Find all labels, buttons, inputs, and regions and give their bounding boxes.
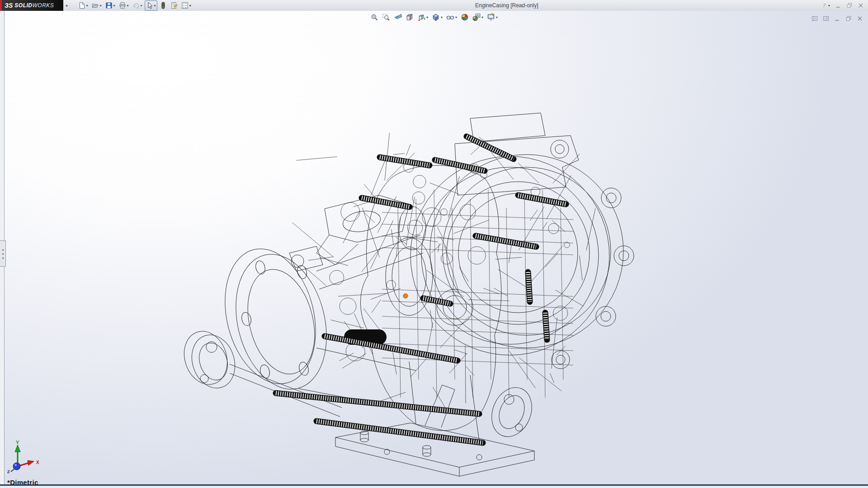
logo-text-light: WORKS — [33, 2, 54, 9]
view-orientation-button[interactable]: ▾ — [416, 12, 429, 23]
cursor-icon — [146, 2, 153, 9]
apply-scene-button[interactable]: ▾ — [471, 12, 485, 23]
hide-show-items-button[interactable]: ▾ — [445, 12, 458, 23]
print-icon — [119, 2, 126, 9]
view-settings-button[interactable]: ▾ — [486, 12, 499, 23]
options-icon — [181, 2, 189, 9]
standard-toolbar: ▾▾▾▾▾▾▾ — [76, 0, 193, 11]
edit-appearance-icon — [461, 13, 469, 21]
window-controls: ▾ — [821, 0, 864, 11]
toggle-left-pane-button[interactable] — [811, 13, 818, 23]
previous-view-button[interactable] — [392, 12, 403, 23]
view-orientation-icon — [417, 13, 425, 21]
new-document-dropdown[interactable]: ▾ — [86, 4, 88, 8]
section-view-icon — [406, 13, 414, 21]
heads-up-view-toolbar: ▾▾▾▾▾ — [368, 12, 500, 23]
select-button[interactable]: ▾ — [145, 0, 157, 11]
new-icon — [78, 2, 85, 9]
help-dropdown[interactable]: ▾ — [828, 4, 830, 8]
reference-triad: Y X Z — [4, 439, 45, 474]
edit-appearance-button[interactable] — [459, 12, 470, 23]
zoom-to-area-button[interactable] — [381, 12, 392, 23]
view-orientation-dropdown[interactable]: ▾ — [426, 15, 428, 19]
close-window-button[interactable] — [857, 0, 864, 11]
file-properties-icon — [170, 2, 178, 9]
win-restore-icon — [845, 15, 852, 22]
display-style-button[interactable]: ▾ — [430, 12, 444, 23]
win-close-icon — [857, 15, 863, 22]
new-document-button[interactable]: ▾ — [77, 0, 90, 11]
display-style-icon — [432, 13, 440, 21]
document-title: EngineCasing [Read-only] — [193, 2, 821, 9]
file-properties-button[interactable] — [169, 0, 179, 11]
minimize-document-button[interactable] — [834, 13, 841, 23]
print-dropdown[interactable]: ▾ — [127, 4, 129, 8]
win-close-icon — [858, 2, 864, 9]
save-button[interactable]: ▾ — [104, 0, 117, 11]
pane-right-icon — [823, 15, 829, 22]
section-view-button[interactable] — [404, 12, 415, 23]
options-button[interactable]: ▾ — [180, 0, 193, 11]
title-bar: ЗS SOLID WORKS ▸ ▾▾▾▾▾▾▾ EngineCasing [R… — [0, 0, 868, 11]
print-button[interactable]: ▾ — [118, 0, 130, 11]
document-window-controls — [811, 13, 863, 23]
triad-x-label: X — [36, 460, 39, 465]
status-bar-edge — [0, 484, 868, 488]
zoom-area-icon — [382, 13, 390, 21]
pane-left-icon — [811, 15, 818, 22]
zoom-fit-icon — [370, 13, 378, 21]
save-dropdown[interactable]: ▾ — [113, 4, 115, 8]
logo-glyph: ЗS — [5, 2, 13, 9]
options-dropdown[interactable]: ▾ — [189, 4, 191, 8]
assembly-origin-marker[interactable] — [403, 294, 408, 298]
view-orientation-label: *Dimetric — [7, 479, 38, 484]
minimize-window-button[interactable] — [835, 0, 842, 11]
select-dropdown[interactable]: ▾ — [154, 4, 156, 8]
triad-y-label: Y — [16, 440, 19, 445]
help-icon — [821, 2, 827, 9]
win-min-icon — [835, 2, 841, 9]
undo-dropdown[interactable]: ▾ — [141, 4, 142, 8]
win-restore-icon — [846, 2, 853, 9]
restore-window-button[interactable] — [846, 0, 853, 11]
menu-expand-arrow-icon[interactable]: ▸ — [66, 3, 68, 8]
previous-view-icon — [394, 13, 402, 21]
restore-document-button[interactable] — [845, 13, 852, 23]
triad-z-label: Z — [7, 469, 10, 474]
zoom-to-fit-button[interactable] — [369, 12, 380, 23]
collapse-arrow-icon: ◂ — [2, 256, 4, 259]
hide-show-icon — [446, 13, 454, 21]
undo-icon — [132, 2, 140, 9]
solidworks-logo: ЗS SOLID WORKS — [0, 0, 63, 11]
apply-scene-icon — [472, 13, 481, 21]
save-icon — [105, 2, 113, 9]
view-settings-dropdown[interactable]: ▾ — [496, 15, 498, 19]
display-style-dropdown[interactable]: ▾ — [441, 15, 443, 19]
wireframe-model — [0, 11, 868, 484]
hide-show-items-dropdown[interactable]: ▾ — [455, 15, 457, 19]
apply-scene-dropdown[interactable]: ▾ — [481, 15, 483, 19]
logo-text-bold: SOLID — [14, 2, 32, 9]
open-icon — [92, 2, 99, 9]
toggle-right-pane-button[interactable] — [822, 13, 830, 23]
collapse-arrow-icon: ◂ — [2, 248, 4, 251]
panel-splitter-handle[interactable]: ◂ ◂ ◂ — [0, 240, 6, 267]
rebuild-button[interactable] — [158, 0, 168, 11]
open-button[interactable]: ▾ — [90, 0, 103, 11]
view-settings-icon — [487, 13, 495, 21]
graphics-area[interactable]: ◂ ◂ ◂ Y X Z *Dimetric — [0, 11, 868, 484]
help-button[interactable]: ▾ — [821, 0, 830, 11]
open-dropdown[interactable]: ▾ — [100, 4, 102, 8]
solidworks-window: ЗS SOLID WORKS ▸ ▾▾▾▾▾▾▾ EngineCasing [R… — [0, 0, 868, 488]
win-min-icon — [834, 15, 840, 22]
collapse-arrow-icon: ◂ — [2, 252, 4, 255]
close-document-button[interactable] — [856, 13, 863, 23]
traffic-light-icon — [160, 2, 167, 9]
undo-button[interactable]: ▾ — [131, 0, 144, 11]
